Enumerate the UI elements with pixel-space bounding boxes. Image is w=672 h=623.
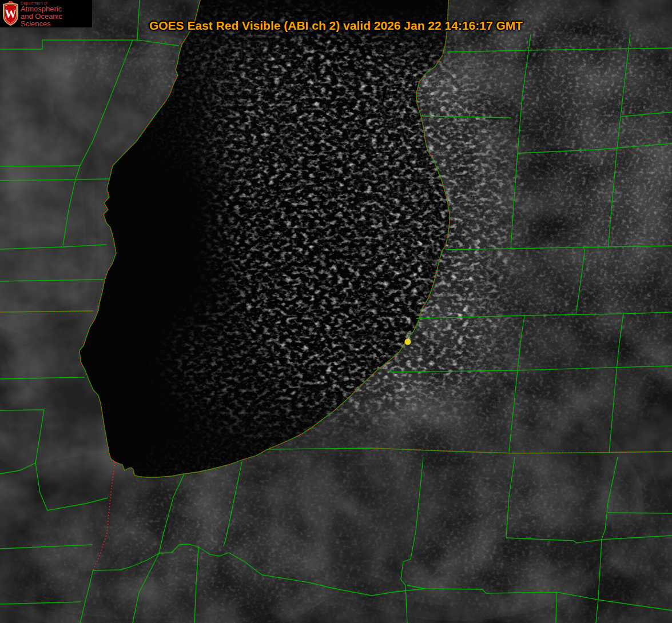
logo-line1: Atmospheric bbox=[21, 5, 92, 13]
uw-logo-text: Department of Atmospheric and Oceanic Sc… bbox=[21, 0, 92, 27]
svg-text:W: W bbox=[5, 7, 17, 20]
uw-logo: W Department of Atmospheric and Oceanic … bbox=[0, 0, 92, 27]
land-cloud-field bbox=[0, 0, 672, 623]
logo-line2: and Oceanic Sciences bbox=[21, 13, 92, 28]
image-title: GOES East Red Visible (ABI ch 2) valid 2… bbox=[0, 19, 672, 33]
goes-satellite-view: W Department of Atmospheric and Oceanic … bbox=[0, 0, 672, 623]
uw-crest-icon: W bbox=[2, 1, 19, 26]
station-marker bbox=[405, 339, 411, 345]
satellite-map bbox=[0, 0, 672, 623]
